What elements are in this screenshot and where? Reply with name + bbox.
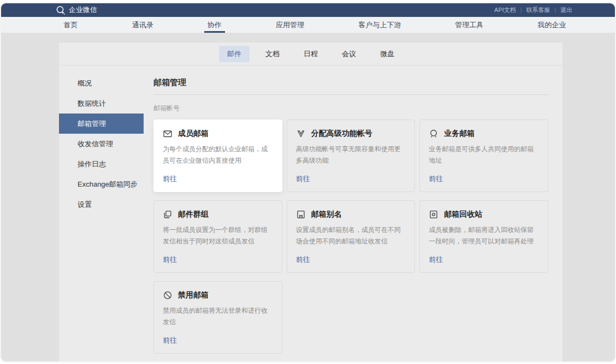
- screenshot-stage: 企业微信 API文档|联系客服|退出 首页通讯录协作应用管理客户与上下游管理工具…: [0, 0, 616, 364]
- nav-item-4[interactable]: 应用管理: [273, 19, 307, 33]
- vip-account-icon: [296, 129, 306, 139]
- sidebar-item-2[interactable]: 数据统计: [59, 93, 144, 114]
- nav-item-3[interactable]: 协作: [204, 19, 225, 33]
- panel-body: 概况数据统计邮箱管理收发信管理操作日志Exchange邮箱同步设置 邮箱管理 邮…: [59, 65, 562, 361]
- card-head: 分配高级功能帐号: [296, 129, 406, 139]
- topbar-separator: |: [554, 7, 556, 13]
- card-description: 成员被删除，邮箱将进入回收站保留一段时间，管理员可以对邮箱再处理: [429, 224, 539, 247]
- module-tabs: 邮件文档日程会议微盘: [59, 43, 562, 65]
- nav-item-1[interactable]: 首页: [61, 19, 81, 33]
- tab-5[interactable]: 微盘: [372, 46, 402, 62]
- card-title: 邮箱回收站: [444, 210, 482, 219]
- tab-1[interactable]: 邮件: [219, 46, 250, 62]
- card-description: 业务邮箱是可供多人共同使用的邮箱地址: [429, 144, 539, 166]
- sidebar-item-1[interactable]: 概况: [59, 73, 144, 93]
- feature-card[interactable]: 邮件群组 将一批成员设置为一个群组，对群组发信相当于同时对这些成员发信 前往: [153, 200, 282, 273]
- content-panel: 邮件文档日程会议微盘 概况数据统计邮箱管理收发信管理操作日志Exchange邮箱…: [59, 43, 562, 361]
- sidebar-item-4[interactable]: 收发信管理: [59, 134, 144, 154]
- card-head: 业务邮箱: [429, 129, 539, 139]
- page-title: 邮箱管理: [153, 77, 548, 88]
- sidebar-item-3[interactable]: 邮箱管理: [59, 114, 144, 134]
- card-title: 业务邮箱: [444, 129, 475, 139]
- sidebar-item-5[interactable]: 操作日志: [59, 154, 144, 174]
- feature-card[interactable]: 邮箱别名 设置成员的邮箱别名，成员可在不同场合使用不同的邮箱地址收发信 前往: [287, 200, 416, 273]
- feature-card[interactable]: 成员邮箱 为每个成员分配的默认企业邮箱，成员可在企业微信内直接使用 前往: [153, 120, 282, 192]
- mail-recycle-icon: [429, 210, 439, 219]
- business-mail-icon: [429, 129, 439, 139]
- feature-card[interactable]: 分配高级功能帐号 高级功能帐号可享无限容量和使用更多高级功能 前往: [287, 120, 416, 192]
- nav-item-6[interactable]: 管理工具: [452, 19, 487, 33]
- sidebar-nav: 概况数据统计邮箱管理收发信管理操作日志Exchange邮箱同步设置: [59, 65, 144, 361]
- primary-nav: 首页通讯录协作应用管理客户与上下游管理工具我的企业: [1, 17, 615, 33]
- topbar-link[interactable]: API文档: [494, 6, 516, 14]
- nav-item-7[interactable]: 我的企业: [534, 19, 569, 33]
- card-head: 邮箱别名: [296, 210, 406, 219]
- tab-4[interactable]: 会议: [334, 46, 364, 62]
- card-title: 邮件群组: [178, 210, 209, 219]
- member-mail-icon: [163, 129, 173, 139]
- card-title: 分配高级功能帐号: [311, 129, 372, 139]
- topbar-separator: |: [520, 7, 522, 13]
- feature-card[interactable]: 业务邮箱 业务邮箱是可供多人共同使用的邮箱地址 前往: [419, 120, 548, 192]
- card-description: 设置成员的邮箱别名，成员可在不同场合使用不同的邮箱地址收发信: [296, 224, 406, 247]
- wework-bubble-icon: [56, 5, 66, 15]
- mail-disabled-icon: [163, 290, 173, 300]
- sidebar-item-7[interactable]: 设置: [59, 194, 144, 214]
- browser-window: 企业微信 API文档|联系客服|退出 首页通讯录协作应用管理客户与上下游管理工具…: [1, 3, 615, 361]
- card-head: 邮件群组: [163, 210, 273, 219]
- card-go-link[interactable]: 前往: [429, 249, 539, 265]
- card-description: 高级功能帐号可享无限容量和使用更多高级功能: [296, 144, 406, 166]
- feature-card[interactable]: 邮箱回收站 成员被删除，邮箱将进入回收站保留一段时间，管理员可以对邮箱再处理 前…: [419, 200, 548, 273]
- nav-item-5[interactable]: 客户与上下游: [355, 19, 404, 33]
- title-divider: [153, 94, 548, 95]
- mail-group-icon: [163, 210, 173, 219]
- card-head: 禁用邮箱: [163, 290, 273, 300]
- card-go-link[interactable]: 前往: [296, 249, 406, 265]
- top-bar: 企业微信 API文档|联系客服|退出: [1, 3, 615, 17]
- card-head: 成员邮箱: [163, 129, 273, 139]
- card-title: 禁用邮箱: [178, 290, 209, 300]
- card-description: 为每个成员分配的默认企业邮箱，成员可在企业微信内直接使用: [163, 144, 273, 166]
- card-title: 邮箱别名: [311, 210, 342, 219]
- tab-2[interactable]: 文档: [257, 46, 288, 62]
- card-go-link[interactable]: 前往: [296, 169, 406, 184]
- card-go-link[interactable]: 前往: [163, 330, 273, 345]
- section-label: 邮箱帐号: [153, 104, 548, 113]
- card-go-link[interactable]: 前往: [429, 169, 539, 184]
- wework-logo[interactable]: 企业微信: [56, 5, 97, 15]
- main-content: 邮箱管理 邮箱帐号 成员邮箱 为每个成员分配的默认企业邮箱，成员可在企业微信内直…: [144, 65, 562, 361]
- card-grid: 成员邮箱 为每个成员分配的默认企业邮箱，成员可在企业微信内直接使用 前往 分配高…: [153, 120, 548, 356]
- card-description: 禁用成员的邮箱将无法登录和进行收发信: [163, 305, 273, 328]
- nav-item-2[interactable]: 通讯录: [129, 19, 157, 33]
- tab-3[interactable]: 日程: [295, 46, 326, 62]
- brand-name: 企业微信: [69, 5, 97, 15]
- topbar-link[interactable]: 退出: [560, 6, 572, 14]
- feature-card[interactable]: 禁用邮箱 禁用成员的邮箱将无法登录和进行收发信 前往: [153, 281, 282, 354]
- page-body: 邮件文档日程会议微盘 概况数据统计邮箱管理收发信管理操作日志Exchange邮箱…: [1, 33, 615, 361]
- sidebar-item-6[interactable]: Exchange邮箱同步: [59, 174, 144, 194]
- card-go-link[interactable]: 前往: [163, 249, 273, 265]
- card-title: 成员邮箱: [178, 129, 209, 139]
- top-links: API文档|联系客服|退出: [494, 6, 572, 14]
- card-go-link[interactable]: 前往: [163, 169, 273, 184]
- card-head: 邮箱回收站: [429, 210, 539, 219]
- topbar-link[interactable]: 联系客服: [526, 6, 550, 14]
- card-description: 将一批成员设置为一个群组，对群组发信相当于同时对这些成员发信: [163, 224, 273, 247]
- mail-alias-icon: [296, 210, 306, 219]
